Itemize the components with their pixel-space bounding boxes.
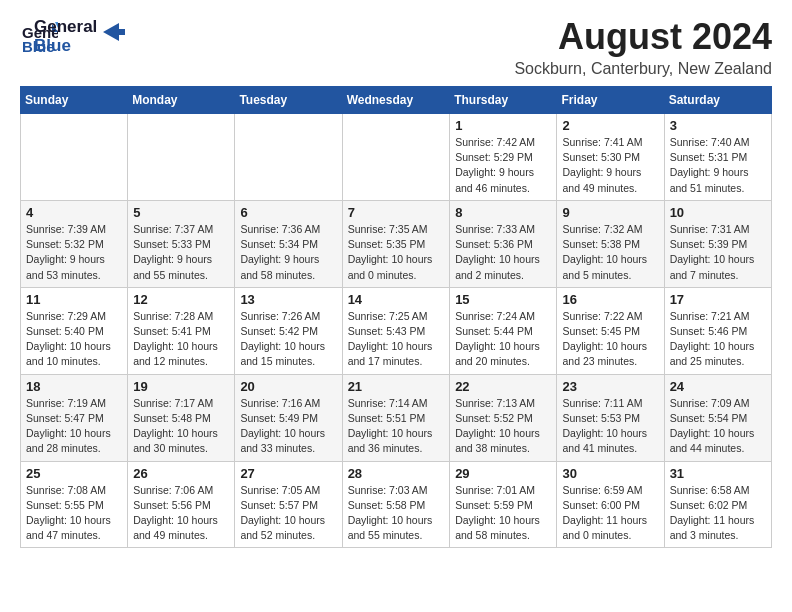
day-info: Sunrise: 7:19 AM Sunset: 5:47 PM Dayligh… (26, 396, 122, 457)
day-info: Sunrise: 7:21 AM Sunset: 5:46 PM Dayligh… (670, 309, 766, 370)
day-info: Sunrise: 7:09 AM Sunset: 5:54 PM Dayligh… (670, 396, 766, 457)
day-number: 24 (670, 379, 766, 394)
page-header: General Blue General Blue August 2024 So… (20, 16, 772, 78)
logo-arrow-icon (103, 23, 125, 41)
day-number: 29 (455, 466, 551, 481)
day-info: Sunrise: 7:17 AM Sunset: 5:48 PM Dayligh… (133, 396, 229, 457)
day-info: Sunrise: 7:36 AM Sunset: 5:34 PM Dayligh… (240, 222, 336, 283)
calendar-cell: 26Sunrise: 7:06 AM Sunset: 5:56 PM Dayli… (128, 461, 235, 548)
day-number: 31 (670, 466, 766, 481)
day-info: Sunrise: 7:06 AM Sunset: 5:56 PM Dayligh… (133, 483, 229, 544)
day-info: Sunrise: 7:11 AM Sunset: 5:53 PM Dayligh… (562, 396, 658, 457)
calendar-week-row: 18Sunrise: 7:19 AM Sunset: 5:47 PM Dayli… (21, 374, 772, 461)
day-number: 16 (562, 292, 658, 307)
day-number: 6 (240, 205, 336, 220)
calendar-cell: 19Sunrise: 7:17 AM Sunset: 5:48 PM Dayli… (128, 374, 235, 461)
day-info: Sunrise: 7:28 AM Sunset: 5:41 PM Dayligh… (133, 309, 229, 370)
calendar-cell: 15Sunrise: 7:24 AM Sunset: 5:44 PM Dayli… (450, 287, 557, 374)
page-subtitle: Sockburn, Canterbury, New Zealand (514, 60, 772, 78)
calendar-week-row: 4Sunrise: 7:39 AM Sunset: 5:32 PM Daylig… (21, 200, 772, 287)
calendar-cell: 1Sunrise: 7:42 AM Sunset: 5:29 PM Daylig… (450, 114, 557, 201)
logo-general-text: General (34, 18, 97, 37)
calendar-cell: 18Sunrise: 7:19 AM Sunset: 5:47 PM Dayli… (21, 374, 128, 461)
day-info: Sunrise: 7:14 AM Sunset: 5:51 PM Dayligh… (348, 396, 445, 457)
calendar-cell (235, 114, 342, 201)
calendar-cell: 10Sunrise: 7:31 AM Sunset: 5:39 PM Dayli… (664, 200, 771, 287)
day-number: 27 (240, 466, 336, 481)
calendar-table: SundayMondayTuesdayWednesdayThursdayFrid… (20, 86, 772, 548)
title-block: August 2024 Sockburn, Canterbury, New Ze… (514, 16, 772, 78)
day-info: Sunrise: 7:08 AM Sunset: 5:55 PM Dayligh… (26, 483, 122, 544)
svg-marker-4 (103, 23, 125, 41)
day-info: Sunrise: 7:03 AM Sunset: 5:58 PM Dayligh… (348, 483, 445, 544)
day-number: 10 (670, 205, 766, 220)
calendar-week-row: 1Sunrise: 7:42 AM Sunset: 5:29 PM Daylig… (21, 114, 772, 201)
day-info: Sunrise: 7:05 AM Sunset: 5:57 PM Dayligh… (240, 483, 336, 544)
day-number: 1 (455, 118, 551, 133)
calendar-cell: 2Sunrise: 7:41 AM Sunset: 5:30 PM Daylig… (557, 114, 664, 201)
day-number: 5 (133, 205, 229, 220)
day-number: 14 (348, 292, 445, 307)
day-number: 17 (670, 292, 766, 307)
day-info: Sunrise: 7:33 AM Sunset: 5:36 PM Dayligh… (455, 222, 551, 283)
day-info: Sunrise: 7:26 AM Sunset: 5:42 PM Dayligh… (240, 309, 336, 370)
calendar-cell (128, 114, 235, 201)
calendar-cell: 9Sunrise: 7:32 AM Sunset: 5:38 PM Daylig… (557, 200, 664, 287)
calendar-cell: 8Sunrise: 7:33 AM Sunset: 5:36 PM Daylig… (450, 200, 557, 287)
logo-blue-text: Blue (34, 37, 97, 56)
day-number: 8 (455, 205, 551, 220)
calendar-cell: 4Sunrise: 7:39 AM Sunset: 5:32 PM Daylig… (21, 200, 128, 287)
calendar-cell: 29Sunrise: 7:01 AM Sunset: 5:59 PM Dayli… (450, 461, 557, 548)
day-info: Sunrise: 7:16 AM Sunset: 5:49 PM Dayligh… (240, 396, 336, 457)
day-number: 18 (26, 379, 122, 394)
calendar-cell: 25Sunrise: 7:08 AM Sunset: 5:55 PM Dayli… (21, 461, 128, 548)
calendar-cell: 17Sunrise: 7:21 AM Sunset: 5:46 PM Dayli… (664, 287, 771, 374)
calendar-cell: 28Sunrise: 7:03 AM Sunset: 5:58 PM Dayli… (342, 461, 450, 548)
day-number: 20 (240, 379, 336, 394)
day-number: 3 (670, 118, 766, 133)
calendar-cell: 14Sunrise: 7:25 AM Sunset: 5:43 PM Dayli… (342, 287, 450, 374)
day-number: 15 (455, 292, 551, 307)
day-number: 13 (240, 292, 336, 307)
calendar-cell: 7Sunrise: 7:35 AM Sunset: 5:35 PM Daylig… (342, 200, 450, 287)
day-info: Sunrise: 7:25 AM Sunset: 5:43 PM Dayligh… (348, 309, 445, 370)
calendar-cell (21, 114, 128, 201)
day-number: 25 (26, 466, 122, 481)
day-number: 19 (133, 379, 229, 394)
day-number: 11 (26, 292, 122, 307)
day-number: 23 (562, 379, 658, 394)
calendar-cell: 3Sunrise: 7:40 AM Sunset: 5:31 PM Daylig… (664, 114, 771, 201)
day-info: Sunrise: 7:42 AM Sunset: 5:29 PM Dayligh… (455, 135, 551, 196)
calendar-cell: 22Sunrise: 7:13 AM Sunset: 5:52 PM Dayli… (450, 374, 557, 461)
day-info: Sunrise: 7:32 AM Sunset: 5:38 PM Dayligh… (562, 222, 658, 283)
calendar-cell: 12Sunrise: 7:28 AM Sunset: 5:41 PM Dayli… (128, 287, 235, 374)
day-info: Sunrise: 7:13 AM Sunset: 5:52 PM Dayligh… (455, 396, 551, 457)
weekday-header-saturday: Saturday (664, 87, 771, 114)
calendar-header-row: SundayMondayTuesdayWednesdayThursdayFrid… (21, 87, 772, 114)
calendar-cell: 11Sunrise: 7:29 AM Sunset: 5:40 PM Dayli… (21, 287, 128, 374)
day-number: 22 (455, 379, 551, 394)
day-info: Sunrise: 6:59 AM Sunset: 6:00 PM Dayligh… (562, 483, 658, 544)
day-info: Sunrise: 7:37 AM Sunset: 5:33 PM Dayligh… (133, 222, 229, 283)
day-number: 12 (133, 292, 229, 307)
calendar-cell: 27Sunrise: 7:05 AM Sunset: 5:57 PM Dayli… (235, 461, 342, 548)
day-number: 7 (348, 205, 445, 220)
weekday-header-friday: Friday (557, 87, 664, 114)
day-number: 4 (26, 205, 122, 220)
weekday-header-wednesday: Wednesday (342, 87, 450, 114)
weekday-header-tuesday: Tuesday (235, 87, 342, 114)
day-number: 2 (562, 118, 658, 133)
weekday-header-monday: Monday (128, 87, 235, 114)
calendar-cell: 24Sunrise: 7:09 AM Sunset: 5:54 PM Dayli… (664, 374, 771, 461)
day-number: 21 (348, 379, 445, 394)
day-info: Sunrise: 7:31 AM Sunset: 5:39 PM Dayligh… (670, 222, 766, 283)
day-number: 9 (562, 205, 658, 220)
calendar-cell: 21Sunrise: 7:14 AM Sunset: 5:51 PM Dayli… (342, 374, 450, 461)
calendar-cell: 20Sunrise: 7:16 AM Sunset: 5:49 PM Dayli… (235, 374, 342, 461)
day-info: Sunrise: 7:22 AM Sunset: 5:45 PM Dayligh… (562, 309, 658, 370)
day-info: Sunrise: 7:29 AM Sunset: 5:40 PM Dayligh… (26, 309, 122, 370)
calendar-cell: 5Sunrise: 7:37 AM Sunset: 5:33 PM Daylig… (128, 200, 235, 287)
page-title: August 2024 (514, 16, 772, 58)
day-info: Sunrise: 7:39 AM Sunset: 5:32 PM Dayligh… (26, 222, 122, 283)
calendar-cell: 13Sunrise: 7:26 AM Sunset: 5:42 PM Dayli… (235, 287, 342, 374)
